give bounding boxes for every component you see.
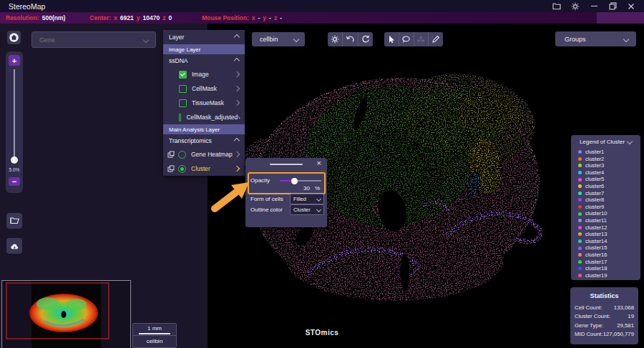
zoom-out-button[interactable]: − [9,177,20,186]
statistics-panel: Statistics Cell Count: 133,068 Cluster C… [570,287,638,344]
legend-item[interactable]: cluster3 [578,162,640,169]
gene-search-box[interactable] [31,31,156,48]
transcriptomics-group-header[interactable]: Transcriptomics [163,134,245,147]
display-settings-button[interactable] [328,32,343,46]
minimap[interactable] [1,280,131,348]
legend-item[interactable]: cluster15 [578,244,640,252]
open-file-button[interactable] [550,1,564,11]
legend-item[interactable]: cluster9 [578,204,640,211]
zoom-slider-thumb[interactable] [11,156,18,164]
cluster-label: cluster14 [585,238,607,245]
layer-item-image[interactable]: Image [163,67,245,81]
cluster-label: cluster1 [585,149,604,156]
opacity-label: Opacity [250,177,270,184]
zoom-in-button[interactable]: + [9,55,20,66]
legend-header[interactable]: Legend of Cluster [571,135,640,148]
legend-item[interactable]: cluster17 [578,259,640,266]
legend-item[interactable]: cluster14 [578,238,640,245]
legend-item[interactable]: cluster6 [578,183,640,190]
statistic-label: Cell Count: [575,304,602,311]
radio-selected-icon[interactable] [178,165,186,173]
undo-button[interactable] [343,32,358,46]
chevron-down-icon[interactable] [293,36,299,42]
zoom-slider-track[interactable] [14,69,15,159]
chevron-up-icon[interactable] [234,138,240,144]
legend-item[interactable]: cluster12 [578,224,640,232]
checkbox-unchecked-icon[interactable] [179,114,181,121]
layer-item-gene-heatmap[interactable]: Gene Heatmap [163,147,245,161]
gene-search-input[interactable] [32,36,144,44]
outline-color-select[interactable]: Cluster [290,204,324,215]
chevron-down-icon[interactable] [623,36,629,41]
chevron-down-icon[interactable] [316,197,321,202]
layer-item-cluster[interactable]: Cluster [163,161,245,176]
radio-unselected-icon[interactable] [178,151,186,159]
legend-item[interactable]: cluster13 [578,231,640,238]
chevron-up-icon[interactable] [234,34,240,40]
stomics-watermark: STOmics [293,329,351,337]
center-z-value: 0 [168,14,172,21]
bin-type-dropdown[interactable]: cellbin [252,32,305,46]
statistic-value: 19 [628,313,634,319]
cluster-label: cluster2 [585,156,604,163]
scale-line [139,333,170,334]
cluster-color-dot [578,164,582,167]
layer-item-cellmask-adjusted[interactable]: CellMask_adjusted [163,110,245,124]
center-y-label: y [137,14,140,21]
checkbox-unchecked-icon[interactable] [179,85,187,93]
chevron-right-icon[interactable] [234,86,240,91]
chevron-right-icon[interactable] [234,151,240,157]
home-button[interactable] [7,31,21,44]
legend-item[interactable]: cluster8 [578,197,640,204]
groups-dropdown[interactable]: Groups [555,31,636,46]
checkbox-unchecked-icon[interactable] [179,99,187,107]
chevron-down-icon[interactable] [143,36,149,42]
minimize-button[interactable] [587,1,601,11]
open-project-button[interactable] [6,213,22,229]
chevron-right-icon[interactable] [234,100,240,106]
legend-item[interactable]: cluster7 [578,190,640,197]
chevron-down-icon[interactable] [316,207,321,212]
statistic-row: Gene Type: 29,581 [575,321,634,330]
cluster-label: cluster19 [585,272,607,279]
restore-button[interactable] [605,1,620,11]
legend-item[interactable]: cluster16 [578,252,640,259]
close-button[interactable] [624,1,638,11]
legend-item[interactable]: cluster18 [578,265,640,272]
cluster-label: cluster18 [585,265,607,272]
view-tool-group [328,32,373,46]
home-icon [9,32,19,43]
layer-item-label: Cluster [191,165,210,172]
legend-item[interactable]: cluster4 [578,169,640,177]
pointer-tool-button[interactable] [384,32,399,46]
ssdna-group-header[interactable]: ssDNA [163,54,245,67]
cluster-color-dot [578,226,582,229]
statistic-row: MID Count: 127,050,779 [575,330,634,339]
pencil-tool-button[interactable] [429,32,443,46]
popup-close-button[interactable]: × [317,159,321,167]
layer-panel-header[interactable]: Layer [163,30,245,44]
legend-item[interactable]: cluster10 [578,210,640,217]
settings-button[interactable] [568,1,582,11]
layer-item-label: TissueMask [192,99,224,106]
opacity-slider-thumb[interactable] [291,178,298,184]
cloud-upload-button[interactable] [6,238,22,254]
chevron-right-icon[interactable] [234,71,240,77]
form-of-cells-select[interactable]: Filled [290,194,324,204]
legend-item[interactable]: cluster2 [578,156,640,163]
legend-item[interactable]: cluster11 [578,217,640,224]
legend-item[interactable]: cluster1 [578,149,640,156]
chevron-up-icon[interactable] [234,58,240,64]
lasso-tool-button[interactable] [399,32,414,46]
legend-item[interactable]: cluster19 [578,272,640,279]
popup-drag-handle[interactable] [270,164,303,165]
layer-item-tissuemask[interactable]: TissueMask [163,96,245,110]
chevron-right-icon[interactable] [234,166,240,171]
layer-item-cellmask[interactable]: CellMask [163,81,245,96]
minimize-icon [591,6,597,6]
cluster-label: cluster16 [585,252,607,259]
refresh-button[interactable] [358,32,373,46]
legend-item[interactable]: cluster5 [578,176,640,183]
checkbox-checked-icon[interactable] [179,71,187,79]
chevron-down-icon[interactable] [627,139,633,144]
